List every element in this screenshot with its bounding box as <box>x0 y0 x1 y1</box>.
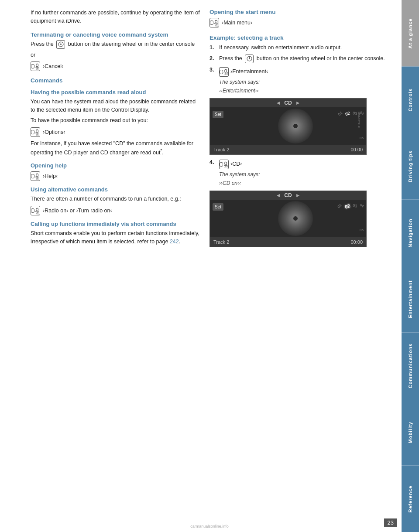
page-number-area: 23 <box>384 518 397 527</box>
screen-2: ◄ CD ► Set 01 02 03 04 <box>210 191 367 247</box>
set-label-2: Set <box>213 203 223 211</box>
alt-commands-heading: Using alternative commands <box>31 186 201 193</box>
step-3-says-label: The system says: <box>219 78 388 86</box>
steps-list: 1. If necessary, switch on entertainment… <box>210 44 388 95</box>
set-btn-1: Set <box>213 110 223 142</box>
screen-1-top: ◄ CD ► <box>210 99 366 107</box>
screen-2-label: CD <box>284 192 292 198</box>
terminating-body: Press the button on the steering wheel o… <box>31 40 201 49</box>
svg-rect-9 <box>36 208 38 211</box>
track-numbers-2: 01 02 03 04 <box>338 204 364 209</box>
options-command-line: )))) ›Options‹ <box>31 127 201 137</box>
voice-icon-help: )))) <box>31 171 40 181</box>
set-label-1: Set <box>213 111 223 118</box>
main-menu-command-text: ›Main menu‹ <box>222 20 252 26</box>
voice-icon-radio: )))) <box>31 206 40 215</box>
intro-paragraph: If no further commands are possible, con… <box>31 9 201 25</box>
calling-up-link: 242 <box>170 239 179 245</box>
step-3-says: ››Entertainment‹‹ <box>219 87 388 95</box>
step-3-command: )))) ›Entertainment‹ <box>219 67 388 77</box>
commands-heading: Commands <box>31 77 201 84</box>
step-1: 1. If necessary, switch on entertainment… <box>210 44 388 52</box>
radio-command-line: )))) ›Radio on‹ or ›Turn radio on‹ <box>31 206 201 215</box>
step-4: 4. )))) ›CD‹ The system says: ››CD on‹‹ <box>210 158 388 187</box>
sidebar-item-controls[interactable]: Controls <box>402 67 419 133</box>
sidebar-item-at-a-glance[interactable]: At a glance <box>402 0 419 67</box>
screen-1-label: CD <box>284 100 292 106</box>
track-label-1: Track 2 <box>213 147 229 152</box>
opening-menu-heading: Opening the start menu <box>210 9 388 15</box>
cd-disc-2 <box>278 201 313 236</box>
having-body3: For instance, if you have selected "CD" … <box>31 140 201 157</box>
steering-wheel-icon-2 <box>245 55 254 63</box>
page-number: 23 <box>384 518 397 527</box>
step-4-says-label: The system says: <box>219 171 388 178</box>
voice-icon-main-menu: )))) <box>210 18 219 27</box>
screen-2-bottom: Track 2 00:00 <box>210 237 366 247</box>
voice-icon-cancel: )))) <box>31 61 40 71</box>
step-4-command: )))) ›CD‹ <box>219 160 388 169</box>
calling-up-heading: Calling up functions immediately via sho… <box>31 221 201 227</box>
voice-icon-options: )))) <box>31 127 40 137</box>
time-label-1: 00:00 <box>350 147 363 152</box>
right-column: Opening the start menu )))) ›Main menu‹ … <box>210 9 388 523</box>
step-4-cmd-text: ›CD‹ <box>230 160 242 168</box>
time-label-2: 00:00 <box>350 239 363 245</box>
radio-command-text: ›Radio on‹ or ›Turn radio on‹ <box>43 208 112 214</box>
step-2: 2. Press the button on the steering whee… <box>210 55 388 63</box>
or-text: or <box>31 51 201 59</box>
alt-commands-body: There are often a number of commands to … <box>31 195 201 203</box>
cd-visual-1: 01 02 03 04 05 <box>227 110 364 142</box>
help-command-text: ›Help‹ <box>43 173 58 179</box>
svg-point-1 <box>60 44 62 45</box>
left-column: If no further commands are possible, con… <box>31 9 201 523</box>
options-command-text: ›Options‹ <box>43 129 65 135</box>
step-4-says: ››CD on‹‹ <box>219 179 388 187</box>
step-3: 3. )))) ›Entertainment‹ The system says:… <box>210 66 388 95</box>
svg-rect-3 <box>36 64 38 67</box>
sidebar-item-mobility[interactable]: Mobility <box>402 399 419 466</box>
cd-visual-2: 01 02 03 04 05 <box>227 202 364 235</box>
steering-wheel-icon <box>56 40 65 49</box>
sidebar-item-navigation[interactable]: Navigation <box>402 200 419 266</box>
screen-1: ◄ CD ► Set 01 02 03 04 <box>210 98 367 155</box>
voice-icon-step4: )))) <box>219 160 229 169</box>
terminating-heading: Terminating or canceling voice command s… <box>31 31 201 38</box>
calling-up-body: Short commands enable you to perform cer… <box>31 229 201 246</box>
svg-rect-5 <box>36 130 38 133</box>
cancel-command-line: )))) ›Cancel‹ <box>31 61 201 71</box>
svg-rect-7 <box>36 174 38 177</box>
cd-disc-1 <box>278 109 313 143</box>
step-1-text: If necessary, switch on entertainment au… <box>219 44 388 52</box>
cd-bar: CD <box>210 247 366 247</box>
svg-rect-11 <box>215 20 217 23</box>
voice-icon-step3: )))) <box>219 67 229 77</box>
main-menu-command-line: )))) ›Main menu‹ <box>210 18 388 27</box>
step-3-cmd-text: ›Entertainment‹ <box>230 68 268 76</box>
steps-list-2: 4. )))) ›CD‹ The system says: ››CD on‹‹ <box>210 158 388 187</box>
sidebar: At a glance Controls Driving tips Naviga… <box>402 0 419 532</box>
sidebar-item-reference[interactable]: Reference <box>402 466 419 532</box>
watermark: carmanualsonline.info <box>190 524 229 529</box>
screen-1-bottom: Track 2 00:00 <box>210 145 366 154</box>
cancel-command-text: ›Cancel‹ <box>43 63 63 69</box>
help-command-line: )))) ›Help‹ <box>31 171 201 181</box>
example-heading: Example: selecting a track <box>210 34 388 41</box>
track-label-2: Track 2 <box>213 239 229 245</box>
having-commands-heading: Having the possible commands read aloud <box>31 89 201 95</box>
entertainment-bar: Entertainment <box>210 154 366 155</box>
sidebar-item-communications[interactable]: Communications <box>402 333 419 399</box>
set-btn-2: Set <box>213 202 223 235</box>
opening-help-heading: Opening help <box>31 162 201 169</box>
svg-point-14 <box>249 58 250 59</box>
watermark-1: MBAGSTELE <box>358 112 361 128</box>
sidebar-item-driving-tips[interactable]: Driving tips <box>402 133 419 200</box>
having-body2: To have the possible commands read out t… <box>31 116 201 125</box>
screen-2-top: ◄ CD ► <box>210 191 366 200</box>
having-body: You can have the system read aloud the p… <box>31 98 201 114</box>
sidebar-item-entertainment[interactable]: Entertainment <box>402 266 419 333</box>
